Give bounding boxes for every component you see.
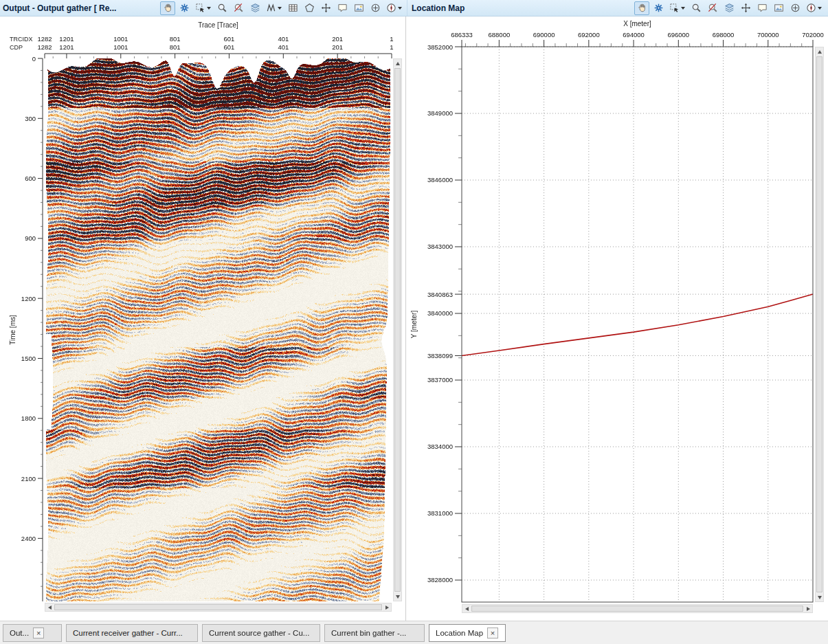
- time-tick-label: 1500: [21, 355, 36, 362]
- compass-tools-icon[interactable]: [384, 1, 404, 15]
- pan-hand-icon[interactable]: [634, 1, 649, 15]
- settings-gear-icon[interactable]: [651, 1, 666, 15]
- arrow-up-icon: [818, 50, 822, 54]
- time-tick-label: 600: [25, 175, 36, 182]
- tab-label: Location Map: [436, 629, 483, 637]
- scroll-up-button[interactable]: [816, 47, 823, 56]
- scroll-right-button[interactable]: [383, 603, 391, 611]
- zoom-cancel-icon[interactable]: [231, 1, 246, 15]
- arrow-up-icon: [396, 62, 400, 65]
- tab-current-receiver-gather[interactable]: Current receiver gather - Curr...: [66, 624, 198, 642]
- scrollbar-thumb[interactable]: [471, 606, 803, 612]
- tab-output[interactable]: Out... ×: [3, 624, 62, 642]
- seismic-image[interactable]: [45, 58, 392, 601]
- seismic-panel-title: Output - Output gather [ Re...: [3, 3, 116, 13]
- arrow-right-icon: [807, 607, 810, 611]
- x-axis-title: X [meter]: [623, 20, 651, 27]
- snapshot-export-icon[interactable]: [771, 1, 786, 15]
- x-tick-label: 692000: [578, 31, 600, 38]
- arrow-left-icon: [48, 606, 52, 610]
- comment-icon[interactable]: [754, 1, 770, 15]
- scroll-left-button[interactable]: [45, 603, 54, 611]
- trcidx-value: 601: [224, 35, 235, 43]
- snapshot-export-icon[interactable]: [351, 1, 366, 15]
- cdp-value: 1001: [113, 43, 128, 51]
- scroll-down-button[interactable]: [394, 592, 401, 601]
- tab-current-source-gather[interactable]: Current source gather - Cu...: [202, 624, 320, 642]
- chevron-down-icon: [398, 7, 402, 10]
- map-vertical-scrollbar[interactable]: [815, 47, 824, 602]
- x-tick-label: 686333: [451, 31, 473, 38]
- chevron-down-icon: [681, 7, 685, 10]
- select-mode-icon[interactable]: [667, 1, 687, 15]
- y-tick-label: 3837000: [427, 376, 453, 384]
- x-tick-label: 696000: [667, 31, 689, 38]
- layers-icon[interactable]: [721, 1, 737, 15]
- time-tick-label: 900: [25, 234, 36, 242]
- zoom-cancel-icon[interactable]: [705, 1, 720, 15]
- scrollbar-thumb[interactable]: [816, 56, 823, 592]
- scroll-up-button[interactable]: [394, 59, 401, 67]
- tab-bar: Out... × Current receiver gather - Curr.…: [0, 621, 828, 644]
- scrollbar-thumb[interactable]: [54, 604, 382, 610]
- x-tick-label: 694000: [623, 31, 645, 38]
- polygon-select-icon[interactable]: [302, 1, 317, 15]
- time-tick-label: 2400: [21, 535, 36, 542]
- tab-close-icon[interactable]: ×: [33, 628, 44, 639]
- zoom-extent-icon[interactable]: [368, 1, 383, 15]
- location-map-plot: 6863336880006900006920006940006960006980…: [407, 16, 828, 621]
- compass-tools-icon[interactable]: [804, 1, 824, 15]
- y-tick-label: 3840863: [427, 291, 453, 298]
- map-plot-area[interactable]: [462, 47, 813, 602]
- y-tick-label: 3840000: [427, 309, 453, 317]
- comment-icon[interactable]: [335, 1, 350, 15]
- cdp-row-label: CDP: [10, 44, 23, 51]
- chevron-down-icon: [278, 7, 282, 10]
- scrollbar-thumb[interactable]: [394, 68, 401, 592]
- arrow-right-icon: [385, 606, 389, 610]
- map-plot-border: [462, 47, 813, 602]
- arrow-down-icon: [818, 596, 822, 599]
- pan-hand-icon[interactable]: [160, 1, 175, 15]
- tab-close-icon[interactable]: ×: [487, 628, 498, 639]
- trcidx-value: 401: [278, 35, 289, 43]
- settings-gear-icon[interactable]: [177, 1, 192, 15]
- x-tick-label: 700000: [757, 31, 779, 38]
- y-tick-label: 3834000: [427, 443, 453, 450]
- y-tick-label: 3838099: [427, 352, 453, 359]
- x-tick-label: 690000: [533, 31, 555, 38]
- cdp-value: 1201: [59, 43, 74, 51]
- seismic-horizontal-scrollbar[interactable]: [45, 603, 392, 612]
- select-mode-icon[interactable]: [193, 1, 213, 15]
- map-panel: 6863336880006900006920006940006960006980…: [407, 16, 828, 621]
- map-panel-toolbar: Location Map: [407, 0, 828, 16]
- map-horizontal-scrollbar[interactable]: [462, 604, 813, 613]
- zoom-in-icon[interactable]: [689, 1, 704, 15]
- arrow-down-icon: [396, 595, 400, 599]
- trcidx-value: 1001: [113, 35, 128, 43]
- zoom-in-icon[interactable]: [214, 1, 230, 15]
- move-view-icon[interactable]: [318, 1, 333, 15]
- location-line: [462, 294, 813, 355]
- time-tick-label: 300: [25, 115, 36, 122]
- map-toolbar-icons: [634, 1, 824, 15]
- trcidx-value: 1: [390, 35, 393, 43]
- zoom-extent-icon[interactable]: [787, 1, 803, 15]
- scroll-left-button[interactable]: [462, 605, 471, 612]
- cdp-value: 601: [224, 43, 235, 51]
- seismic-vertical-scrollbar[interactable]: [393, 58, 402, 601]
- tab-current-bin-gather[interactable]: Current bin gather -...: [324, 624, 425, 642]
- chevron-down-icon: [818, 7, 822, 10]
- y-tick-label: 3831000: [427, 509, 453, 517]
- time-tick-label: 1800: [21, 414, 36, 422]
- layers-icon[interactable]: [247, 1, 262, 15]
- move-view-icon[interactable]: [738, 1, 753, 15]
- seismic-toolbar-icons: [160, 1, 404, 15]
- chevron-down-icon: [207, 7, 211, 10]
- spreadsheet-icon[interactable]: [285, 1, 300, 15]
- scroll-down-button[interactable]: [816, 593, 823, 601]
- arrow-left-icon: [465, 607, 469, 611]
- tab-location-map[interactable]: Location Map ×: [429, 624, 506, 642]
- wiggle-display-icon[interactable]: [264, 1, 284, 15]
- scroll-right-button[interactable]: [804, 605, 812, 612]
